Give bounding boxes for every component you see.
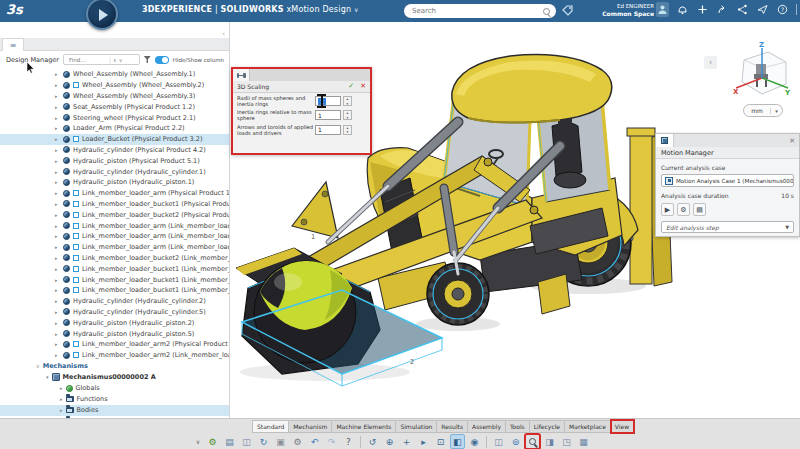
expand-arrow-icon[interactable]: ▸	[55, 93, 60, 99]
expand-arrow-icon[interactable]: ▸	[55, 244, 60, 250]
arrows-spinner[interactable]: ▴▾	[343, 125, 352, 135]
expand-arrow-icon[interactable]: ▸	[55, 277, 60, 283]
magnifier-tool-icon[interactable]	[525, 434, 540, 449]
notifications-bell-icon[interactable]	[676, 2, 689, 17]
find-next-icon[interactable]: ∨	[119, 57, 123, 63]
nav-back-button[interactable]: ‹	[704, 56, 717, 69]
find-prev-icon[interactable]: ∧	[113, 57, 117, 63]
tree-item-bodies[interactable]: ▸Bodies	[0, 405, 230, 416]
tree-item[interactable]: ▸Link_member_loader_bucket1 (Link_member…	[0, 274, 230, 285]
tree-item[interactable]: ▸Link_member_loader_arm (Link_member_loa…	[0, 231, 230, 242]
column-toggle[interactable]	[155, 56, 169, 64]
expand-arrow-icon[interactable]: ▸	[55, 71, 60, 77]
expand-arrow-icon[interactable]: ∨	[36, 363, 40, 369]
ribbon-tab-standard[interactable]: Standard	[252, 420, 289, 433]
expand-arrow-icon[interactable]: ▸	[55, 179, 60, 185]
motion-manager-panel[interactable]: ✕ Motion Manager Current analysis case M…	[655, 133, 800, 237]
tags-icon[interactable]	[562, 5, 574, 17]
mechanism-gear-icon[interactable]: ⚙	[205, 434, 220, 449]
send-plane-icon[interactable]	[756, 2, 769, 17]
copy-icon[interactable]: ▣	[273, 434, 288, 449]
add-icon[interactable]	[696, 2, 709, 17]
scaling-tool-tab[interactable]	[233, 69, 250, 81]
expand-arrow-icon[interactable]: ▸	[55, 287, 60, 293]
analysis-case-selector[interactable]: Motion Analysis Case 1 (Mechanismus000	[661, 174, 794, 187]
tree-item[interactable]: ▸Link_member_loader_bucket2 (Physical Pr…	[0, 209, 230, 220]
expand-arrow-icon[interactable]: ▸	[55, 298, 60, 304]
update-sync-icon[interactable]: ↻	[256, 434, 271, 449]
simulate-icon[interactable]: ▶	[661, 203, 674, 216]
tree-item[interactable]: ▸Link_member_loader_bucket1 (Link_member…	[0, 263, 230, 274]
tree-item[interactable]: ▸Hydraulic_cylinder (Hydraulic_cylinder.…	[0, 307, 230, 318]
tree-item[interactable]: ▸Loader_Arm (Physical Product 2.2)	[0, 123, 230, 134]
expand-arrow-icon[interactable]: ▸	[55, 233, 60, 239]
radii-spinner[interactable]: ▴▾	[343, 96, 352, 106]
multi-viewport-icon[interactable]: ▦	[576, 434, 591, 449]
tree-item[interactable]: ▸Hydraulic_piston (Hydraulic_piston.2)	[0, 317, 230, 328]
expand-arrow-icon[interactable]: ▸	[55, 212, 60, 218]
tree-item[interactable]: ▸Steering_wheel (Physical Product 2.1)	[0, 112, 230, 123]
find-box[interactable]: | ∧ ∨	[63, 54, 140, 65]
ribbon-tab-machine-elements[interactable]: Machine Elements	[332, 420, 396, 433]
ribbon-tab-mechanism[interactable]: Mechanism	[289, 420, 332, 433]
expand-arrow-icon[interactable]: ▸	[55, 158, 60, 164]
perspective-eye-icon[interactable]: ◉	[467, 434, 482, 449]
expand-arrow-icon[interactable]: ▸	[60, 385, 63, 391]
share-arrow-icon[interactable]	[716, 2, 729, 17]
ribbon-tab-assembly[interactable]: Assembly	[468, 420, 506, 433]
tree-item[interactable]: ▸Link_member_loader_arm2 (Link_member_lo…	[0, 350, 230, 361]
tree-item[interactable]: ▸Wheel_Assembly (Wheel_Assembly.2)	[0, 80, 230, 91]
tree-item[interactable]: ▸Link_member_loader_bucket2 (Link_member…	[0, 253, 230, 264]
ribbon-tab-simulation[interactable]: Simulation	[396, 420, 437, 433]
expand-arrow-icon[interactable]: ▸	[55, 331, 60, 337]
ambience-globe-icon[interactable]: ⊚	[508, 434, 523, 449]
rotate-view-icon[interactable]: ↺	[365, 434, 380, 449]
pointer-select-icon[interactable]: ▸	[416, 434, 431, 449]
save-icon[interactable]: ▤	[222, 434, 237, 449]
expand-arrow-icon[interactable]: ▸	[55, 320, 60, 326]
export-data-icon[interactable]: ◫	[239, 434, 254, 449]
tree-item[interactable]: ▸Loader_Bucket (Physical Product 3.2)	[0, 134, 230, 145]
settings-gear-icon[interactable]: ⚙	[290, 434, 305, 449]
ribbon-tab-tools[interactable]: Tools	[506, 420, 530, 433]
view-cube[interactable]: X Y Z	[728, 40, 792, 102]
ribbon-tab-results[interactable]: Results	[437, 420, 468, 433]
tree-item[interactable]: ▸Wheel_Assembly (Wheel_Assembly.3)	[0, 91, 230, 102]
arrows-input[interactable]: 1	[315, 125, 341, 135]
expand-arrow-icon[interactable]: ▸	[55, 190, 60, 196]
expand-arrow-icon[interactable]: ▸	[55, 255, 60, 261]
expand-arrow-icon[interactable]: ▸	[55, 147, 60, 153]
dropdown-arrow-icon[interactable]: ▼	[785, 224, 789, 230]
global-search[interactable]	[404, 4, 556, 18]
dialog-close-icon[interactable]: ✕	[360, 83, 366, 90]
pan-icon[interactable]: +	[399, 434, 414, 449]
iso-view-cube-icon[interactable]: ◧	[450, 434, 465, 449]
tree-item[interactable]: ▸Link_member_loader_arm2 (Physical Produ…	[0, 339, 230, 350]
ribbon-tab-lifecycle[interactable]: Lifecycle	[530, 420, 565, 433]
expand-arrow-icon[interactable]: ▸	[55, 352, 60, 358]
dialog-ok-icon[interactable]: ✓	[348, 83, 354, 90]
tree-item[interactable]: ▸Hydraulic_cylinder (Physical Product 4.…	[0, 145, 230, 156]
tree-item[interactable]: ▸Link_member_loader_arm (Link_member_loa…	[0, 220, 230, 231]
edit-analysis-step-dropdown[interactable]: Edit analysis step ▼	[661, 221, 794, 233]
expand-arrow-icon[interactable]: ▸	[55, 115, 60, 121]
tree-item[interactable]: ▸Link_member_loader_arm (Link_member_loa…	[0, 242, 230, 253]
tree-item[interactable]: ▸Hydraulic_piston (Physical Product 5.1)	[0, 155, 230, 166]
zoom-icon[interactable]: ⊕	[382, 434, 397, 449]
tree-view-tab[interactable]: ≡	[2, 38, 24, 51]
unit-dropdown-arrow-icon[interactable]: ▾	[770, 108, 782, 114]
find-input[interactable]	[67, 56, 107, 64]
redo-icon[interactable]: ↷	[324, 434, 339, 449]
app-name[interactable]: xMotion Design	[286, 5, 351, 14]
expand-arrow-icon[interactable]: ▾	[46, 374, 49, 380]
render-style-icon[interactable]: ◫	[491, 434, 506, 449]
case-settings-gear-icon[interactable]: ⚙	[677, 203, 690, 216]
tree-section-mechanisms[interactable]: ∨Mechanisms	[0, 361, 230, 372]
share-network-icon[interactable]	[736, 2, 749, 17]
filter-icon[interactable]	[144, 56, 151, 63]
tree-item[interactable]: ▸Hydraulic_cylinder (Hydraulic_cylinder.…	[0, 166, 230, 177]
tree-item[interactable]: ▸Hydraulic_cylinder (Hydraulic_cylinder.…	[0, 296, 230, 307]
tree-item[interactable]: ▸Link_member_loader_arm (Physical Produc…	[0, 188, 230, 199]
expand-arrow-icon[interactable]: ▸	[60, 407, 63, 413]
expand-arrow-icon[interactable]: ▸	[55, 309, 60, 315]
